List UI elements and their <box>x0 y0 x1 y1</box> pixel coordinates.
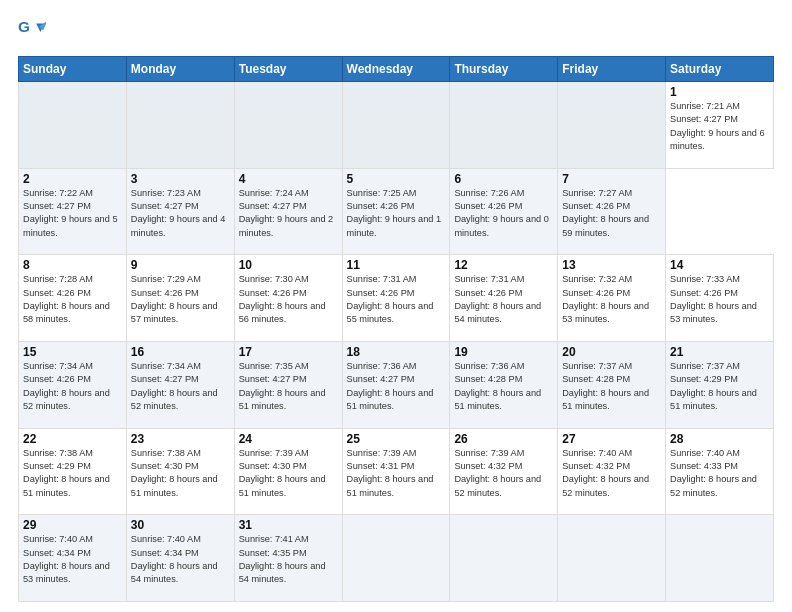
calendar-header-thursday: Thursday <box>450 57 558 82</box>
calendar-cell: 7Sunrise: 7:27 AMSunset: 4:26 PMDaylight… <box>558 168 666 255</box>
day-info: Sunrise: 7:39 AMSunset: 4:32 PMDaylight:… <box>454 447 553 500</box>
calendar-cell: 16Sunrise: 7:34 AMSunset: 4:27 PMDayligh… <box>126 341 234 428</box>
day-number: 25 <box>347 432 446 446</box>
calendar-cell <box>126 82 234 169</box>
calendar-cell: 9Sunrise: 7:29 AMSunset: 4:26 PMDaylight… <box>126 255 234 342</box>
calendar-cell: 1Sunrise: 7:21 AMSunset: 4:27 PMDaylight… <box>666 82 774 169</box>
day-info: Sunrise: 7:24 AMSunset: 4:27 PMDaylight:… <box>239 187 338 240</box>
calendar-cell: 5Sunrise: 7:25 AMSunset: 4:26 PMDaylight… <box>342 168 450 255</box>
calendar-cell <box>342 82 450 169</box>
calendar-cell: 10Sunrise: 7:30 AMSunset: 4:26 PMDayligh… <box>234 255 342 342</box>
day-number: 10 <box>239 258 338 272</box>
calendar-header-friday: Friday <box>558 57 666 82</box>
day-number: 16 <box>131 345 230 359</box>
day-info: Sunrise: 7:40 AMSunset: 4:32 PMDaylight:… <box>562 447 661 500</box>
calendar-cell: 12Sunrise: 7:31 AMSunset: 4:26 PMDayligh… <box>450 255 558 342</box>
calendar-cell <box>450 82 558 169</box>
day-number: 2 <box>23 172 122 186</box>
calendar-cell: 17Sunrise: 7:35 AMSunset: 4:27 PMDayligh… <box>234 341 342 428</box>
day-number: 30 <box>131 518 230 532</box>
calendar-cell <box>19 82 127 169</box>
day-info: Sunrise: 7:40 AMSunset: 4:33 PMDaylight:… <box>670 447 769 500</box>
day-info: Sunrise: 7:22 AMSunset: 4:27 PMDaylight:… <box>23 187 122 240</box>
calendar-week-row: 29Sunrise: 7:40 AMSunset: 4:34 PMDayligh… <box>19 515 774 602</box>
svg-text:G: G <box>18 18 30 35</box>
day-number: 15 <box>23 345 122 359</box>
calendar-cell: 28Sunrise: 7:40 AMSunset: 4:33 PMDayligh… <box>666 428 774 515</box>
day-info: Sunrise: 7:40 AMSunset: 4:34 PMDaylight:… <box>131 533 230 586</box>
day-info: Sunrise: 7:36 AMSunset: 4:28 PMDaylight:… <box>454 360 553 413</box>
day-number: 14 <box>670 258 769 272</box>
calendar-cell: 22Sunrise: 7:38 AMSunset: 4:29 PMDayligh… <box>19 428 127 515</box>
calendar-cell: 6Sunrise: 7:26 AMSunset: 4:26 PMDaylight… <box>450 168 558 255</box>
day-info: Sunrise: 7:25 AMSunset: 4:26 PMDaylight:… <box>347 187 446 240</box>
calendar-cell: 21Sunrise: 7:37 AMSunset: 4:29 PMDayligh… <box>666 341 774 428</box>
day-number: 26 <box>454 432 553 446</box>
calendar-week-row: 1Sunrise: 7:21 AMSunset: 4:27 PMDaylight… <box>19 82 774 169</box>
day-info: Sunrise: 7:26 AMSunset: 4:26 PMDaylight:… <box>454 187 553 240</box>
day-number: 3 <box>131 172 230 186</box>
calendar-cell: 20Sunrise: 7:37 AMSunset: 4:28 PMDayligh… <box>558 341 666 428</box>
day-info: Sunrise: 7:41 AMSunset: 4:35 PMDaylight:… <box>239 533 338 586</box>
calendar-week-row: 8Sunrise: 7:28 AMSunset: 4:26 PMDaylight… <box>19 255 774 342</box>
calendar-cell: 23Sunrise: 7:38 AMSunset: 4:30 PMDayligh… <box>126 428 234 515</box>
calendar-cell: 19Sunrise: 7:36 AMSunset: 4:28 PMDayligh… <box>450 341 558 428</box>
calendar-cell <box>558 515 666 602</box>
calendar-cell <box>666 515 774 602</box>
day-number: 24 <box>239 432 338 446</box>
day-number: 28 <box>670 432 769 446</box>
calendar-week-row: 22Sunrise: 7:38 AMSunset: 4:29 PMDayligh… <box>19 428 774 515</box>
day-number: 18 <box>347 345 446 359</box>
day-info: Sunrise: 7:37 AMSunset: 4:29 PMDaylight:… <box>670 360 769 413</box>
day-number: 20 <box>562 345 661 359</box>
day-number: 8 <box>23 258 122 272</box>
logo-icon: G <box>18 18 46 46</box>
calendar-cell: 24Sunrise: 7:39 AMSunset: 4:30 PMDayligh… <box>234 428 342 515</box>
calendar-table: SundayMondayTuesdayWednesdayThursdayFrid… <box>18 56 774 602</box>
day-info: Sunrise: 7:39 AMSunset: 4:31 PMDaylight:… <box>347 447 446 500</box>
day-number: 5 <box>347 172 446 186</box>
calendar-cell: 30Sunrise: 7:40 AMSunset: 4:34 PMDayligh… <box>126 515 234 602</box>
day-info: Sunrise: 7:29 AMSunset: 4:26 PMDaylight:… <box>131 273 230 326</box>
calendar-cell <box>342 515 450 602</box>
calendar-cell: 15Sunrise: 7:34 AMSunset: 4:26 PMDayligh… <box>19 341 127 428</box>
day-info: Sunrise: 7:34 AMSunset: 4:27 PMDaylight:… <box>131 360 230 413</box>
calendar-week-row: 2Sunrise: 7:22 AMSunset: 4:27 PMDaylight… <box>19 168 774 255</box>
day-number: 1 <box>670 85 769 99</box>
calendar-cell: 14Sunrise: 7:33 AMSunset: 4:26 PMDayligh… <box>666 255 774 342</box>
day-number: 6 <box>454 172 553 186</box>
calendar-cell: 18Sunrise: 7:36 AMSunset: 4:27 PMDayligh… <box>342 341 450 428</box>
day-info: Sunrise: 7:21 AMSunset: 4:27 PMDaylight:… <box>670 100 769 153</box>
calendar-cell: 13Sunrise: 7:32 AMSunset: 4:26 PMDayligh… <box>558 255 666 342</box>
day-info: Sunrise: 7:27 AMSunset: 4:26 PMDaylight:… <box>562 187 661 240</box>
day-info: Sunrise: 7:35 AMSunset: 4:27 PMDaylight:… <box>239 360 338 413</box>
day-number: 21 <box>670 345 769 359</box>
day-info: Sunrise: 7:30 AMSunset: 4:26 PMDaylight:… <box>239 273 338 326</box>
logo: G <box>18 18 48 46</box>
header: G <box>18 18 774 46</box>
day-number: 17 <box>239 345 338 359</box>
calendar-cell: 31Sunrise: 7:41 AMSunset: 4:35 PMDayligh… <box>234 515 342 602</box>
page: G SundayMondayTuesdayWednesdayThursdayFr… <box>0 0 792 612</box>
calendar-header-monday: Monday <box>126 57 234 82</box>
day-number: 7 <box>562 172 661 186</box>
day-number: 19 <box>454 345 553 359</box>
calendar-cell: 26Sunrise: 7:39 AMSunset: 4:32 PMDayligh… <box>450 428 558 515</box>
calendar-cell <box>234 82 342 169</box>
calendar-cell <box>450 515 558 602</box>
day-info: Sunrise: 7:31 AMSunset: 4:26 PMDaylight:… <box>454 273 553 326</box>
day-info: Sunrise: 7:32 AMSunset: 4:26 PMDaylight:… <box>562 273 661 326</box>
day-number: 23 <box>131 432 230 446</box>
calendar-cell: 27Sunrise: 7:40 AMSunset: 4:32 PMDayligh… <box>558 428 666 515</box>
calendar-cell: 8Sunrise: 7:28 AMSunset: 4:26 PMDaylight… <box>19 255 127 342</box>
day-number: 12 <box>454 258 553 272</box>
day-number: 22 <box>23 432 122 446</box>
calendar-cell: 11Sunrise: 7:31 AMSunset: 4:26 PMDayligh… <box>342 255 450 342</box>
day-info: Sunrise: 7:34 AMSunset: 4:26 PMDaylight:… <box>23 360 122 413</box>
day-info: Sunrise: 7:38 AMSunset: 4:30 PMDaylight:… <box>131 447 230 500</box>
day-number: 27 <box>562 432 661 446</box>
day-info: Sunrise: 7:39 AMSunset: 4:30 PMDaylight:… <box>239 447 338 500</box>
day-info: Sunrise: 7:40 AMSunset: 4:34 PMDaylight:… <box>23 533 122 586</box>
calendar-week-row: 15Sunrise: 7:34 AMSunset: 4:26 PMDayligh… <box>19 341 774 428</box>
calendar-header-wednesday: Wednesday <box>342 57 450 82</box>
